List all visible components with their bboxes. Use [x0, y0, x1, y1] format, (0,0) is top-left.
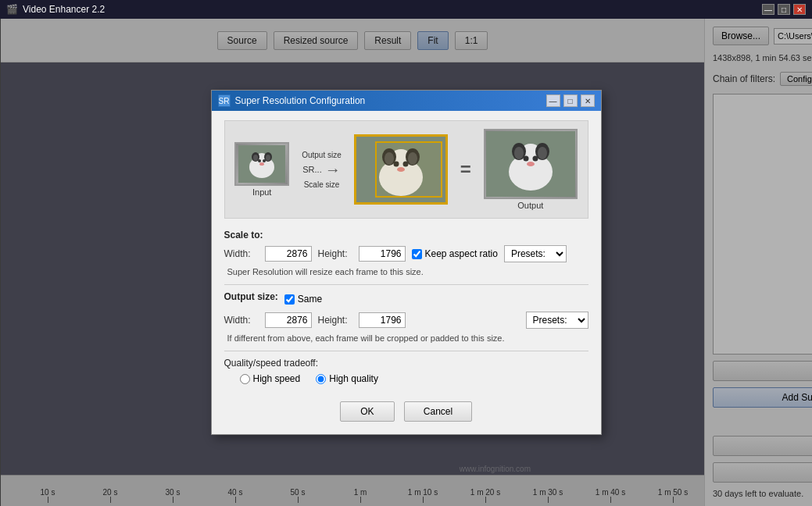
app-title: Video Enhancer 2.2 — [23, 4, 105, 15]
svg-point-29 — [527, 162, 535, 166]
dialog-maximize-button[interactable]: □ — [563, 94, 578, 107]
high-speed-row: High speed — [240, 373, 301, 384]
quality-radio-group: High speed High quality — [224, 373, 588, 384]
dialog-close-button[interactable]: ✕ — [581, 94, 595, 107]
output-presets-select[interactable]: Presets: — [526, 312, 588, 329]
high-quality-label[interactable]: High quality — [329, 373, 378, 384]
svg-point-5 — [253, 155, 258, 161]
dialog-title: Super Resolution Configuration — [235, 95, 366, 106]
dialog-footer: OK Cancel — [212, 394, 601, 434]
high-speed-radio[interactable] — [240, 374, 250, 384]
scale-height-input[interactable] — [359, 246, 406, 262]
dialog-title-bar: SR Super Resolution Configuration — □ ✕ — [212, 91, 601, 111]
output-label: Output — [517, 201, 543, 210]
close-button[interactable]: ✕ — [793, 4, 806, 15]
same-checkbox[interactable] — [284, 294, 295, 305]
keep-aspect-checkbox[interactable] — [412, 249, 422, 259]
input-thumbnail — [234, 142, 289, 186]
output-width-input[interactable] — [265, 312, 312, 328]
arrow-right-icon: → — [325, 161, 341, 179]
height-label: Height: — [318, 248, 352, 259]
equals-sign: = — [460, 159, 471, 180]
presets-select[interactable]: Presets: — [504, 245, 567, 262]
output-thumbnail — [484, 129, 578, 199]
maximize-button[interactable]: □ — [778, 4, 790, 15]
keep-aspect-row: Keep aspect ratio — [412, 248, 498, 259]
svg-point-26 — [538, 147, 547, 159]
scale-thumb-group — [354, 134, 448, 205]
svg-point-8 — [263, 159, 266, 162]
scale-to-inputs: Width: Height: Keep aspect ratio Presets… — [224, 245, 588, 262]
svg-point-28 — [532, 156, 538, 162]
svg-point-7 — [258, 159, 261, 162]
keep-aspect-label[interactable]: Keep aspect ratio — [425, 248, 498, 259]
input-label: Input — [252, 187, 271, 197]
app-window: 🎬 Video Enhancer 2.2 — □ ✕ 文件 编辑 图像 图层 文… — [0, 0, 812, 506]
scale-thumbnail — [354, 134, 448, 205]
scale-to-label: Scale to: — [224, 230, 588, 241]
svg-point-6 — [266, 155, 270, 161]
svg-point-9 — [259, 162, 264, 166]
output-size-section: Output size: Same Width: Height: Presets… — [224, 291, 588, 343]
output-width-label: Width: — [224, 315, 259, 326]
sr-label: SR... — [302, 165, 321, 174]
output-height-input[interactable] — [359, 312, 406, 328]
dialog-preview-row: Input Output size SR... → Scale size — [224, 120, 588, 219]
same-label[interactable]: Same — [298, 294, 322, 305]
output-size-top-label: Output size — [302, 151, 342, 159]
scale-hint-text: Super Resolution will resize each frame … — [224, 267, 588, 276]
output-thumb-group: Output — [484, 129, 578, 210]
svg-point-27 — [523, 156, 528, 162]
divider-1 — [224, 284, 588, 285]
output-size-section-label: Output size: — [224, 291, 278, 302]
scale-width-input[interactable] — [265, 246, 312, 262]
high-quality-radio[interactable] — [316, 374, 326, 384]
high-speed-label[interactable]: High speed — [253, 373, 301, 384]
minimize-button[interactable]: — — [762, 4, 774, 15]
ok-button[interactable]: OK — [340, 401, 395, 422]
app-icon: 🎬 — [6, 4, 18, 15]
sr-arrow-row: SR... → — [302, 161, 340, 179]
scale-size-label: Scale size — [304, 180, 340, 189]
quality-label: Quality/speed tradeoff: — [224, 358, 588, 369]
output-size-header: Output size: Same — [224, 291, 588, 307]
input-panda-bg — [236, 144, 288, 184]
title-bar-controls: — □ ✕ — [762, 4, 806, 15]
scale-to-section: Scale to: Width: Height: Keep aspect rat… — [224, 230, 588, 276]
selection-overlay — [375, 141, 442, 198]
output-size-inputs: Width: Height: Presets: — [224, 312, 588, 329]
dialog-minimize-button[interactable]: — — [546, 94, 560, 107]
dialog-controls: — □ ✕ — [546, 94, 595, 107]
super-resolution-dialog: SR Super Resolution Configuration — □ ✕ — [211, 90, 602, 435]
same-row: Same — [284, 294, 322, 305]
divider-2 — [224, 351, 588, 351]
dialog-overlay: SR Super Resolution Configuration — □ ✕ — [0, 19, 812, 506]
dialog-body: Input Output size SR... → Scale size — [212, 111, 601, 394]
dialog-icon: SR — [218, 94, 231, 107]
output-height-label: Height: — [318, 315, 352, 326]
title-bar: 🎬 Video Enhancer 2.2 — □ ✕ — [0, 0, 812, 19]
svg-point-25 — [514, 147, 524, 159]
output-hint-text: If different from above, each frame will… — [224, 333, 588, 343]
quality-section: Quality/speed tradeoff: High speed High … — [224, 358, 588, 384]
high-quality-row: High quality — [316, 373, 378, 384]
cancel-button[interactable]: Cancel — [404, 401, 472, 422]
sr-arrow-area: Output size SR... → Scale size — [302, 151, 342, 189]
output-panda-bg — [485, 130, 576, 198]
input-thumb-group: Input — [234, 142, 289, 197]
width-label: Width: — [224, 248, 259, 259]
